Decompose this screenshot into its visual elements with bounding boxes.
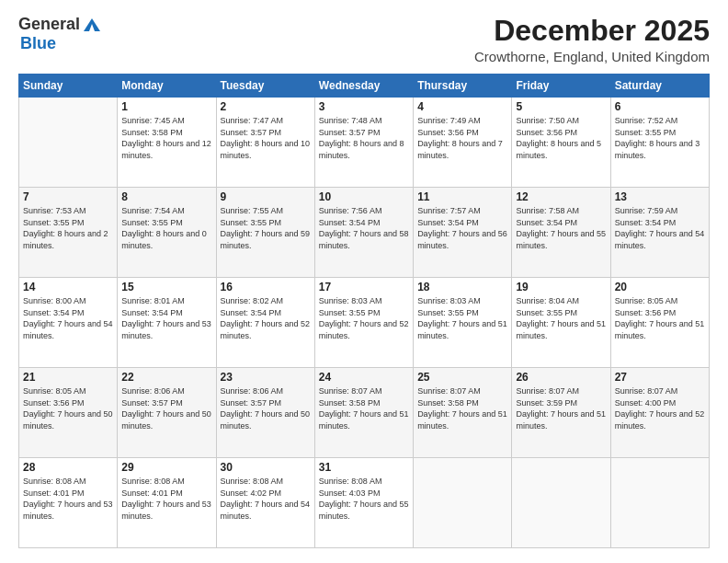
day-info: Sunrise: 7:58 AM Sunset: 3:54 PM Dayligh… xyxy=(516,205,606,251)
day-number: 19 xyxy=(516,281,606,293)
day-info: Sunrise: 7:49 AM Sunset: 3:56 PM Dayligh… xyxy=(417,115,507,161)
sunrise-text: Sunrise: 7:47 AM xyxy=(221,116,284,125)
sunrise-text: Sunrise: 8:03 AM xyxy=(417,296,481,305)
daylight-text: Daylight: 7 hours and 51 minutes. xyxy=(516,409,606,431)
sunrise-text: Sunrise: 8:00 AM xyxy=(23,296,86,305)
page: General Blue December 2025 Crowthorne, E… xyxy=(0,0,728,563)
daylight-text: Daylight: 7 hours and 54 minutes. xyxy=(23,319,113,340)
col-tuesday: Tuesday xyxy=(216,75,314,98)
daylight-text: Daylight: 8 hours and 10 minutes. xyxy=(221,139,311,160)
day-number: 15 xyxy=(121,281,211,293)
sunset-text: Sunset: 3:58 PM xyxy=(319,398,381,408)
day-number: 1 xyxy=(121,100,211,113)
day-number: 18 xyxy=(417,281,507,293)
day-number: 27 xyxy=(615,371,705,384)
sunrise-text: Sunrise: 8:05 AM xyxy=(23,386,86,396)
daylight-text: Daylight: 8 hours and 5 minutes. xyxy=(516,139,601,160)
sunset-text: Sunset: 3:54 PM xyxy=(516,218,577,227)
sunrise-text: Sunrise: 8:07 AM xyxy=(516,386,579,396)
table-row: 13 Sunrise: 7:59 AM Sunset: 3:54 PM Dayl… xyxy=(610,188,709,278)
day-number: 10 xyxy=(319,190,409,203)
sunset-text: Sunset: 3:58 PM xyxy=(417,398,479,408)
sunset-text: Sunset: 3:54 PM xyxy=(221,308,282,317)
table-row: 3 Sunrise: 7:48 AM Sunset: 3:57 PM Dayli… xyxy=(314,98,413,188)
sunrise-text: Sunrise: 7:50 AM xyxy=(516,116,579,125)
sunset-text: Sunset: 3:55 PM xyxy=(615,128,677,137)
day-number: 2 xyxy=(221,100,311,113)
table-row: 11 Sunrise: 7:57 AM Sunset: 3:54 PM Dayl… xyxy=(414,188,512,278)
sunrise-text: Sunrise: 8:08 AM xyxy=(319,477,382,486)
day-number: 24 xyxy=(319,371,409,384)
sunset-text: Sunset: 3:55 PM xyxy=(417,308,479,317)
daylight-text: Daylight: 7 hours and 51 minutes. xyxy=(417,319,507,340)
day-info: Sunrise: 8:06 AM Sunset: 3:57 PM Dayligh… xyxy=(221,385,311,431)
day-number: 29 xyxy=(121,461,211,474)
table-row xyxy=(414,458,512,548)
table-row: 6 Sunrise: 7:52 AM Sunset: 3:55 PM Dayli… xyxy=(610,98,709,188)
daylight-text: Daylight: 7 hours and 51 minutes. xyxy=(417,409,507,431)
day-number: 5 xyxy=(516,100,606,113)
col-sunday: Sunday xyxy=(19,75,118,98)
daylight-text: Daylight: 8 hours and 2 minutes. xyxy=(23,229,108,250)
sunset-text: Sunset: 3:57 PM xyxy=(121,398,183,408)
day-number: 22 xyxy=(121,371,211,384)
daylight-text: Daylight: 7 hours and 53 minutes. xyxy=(121,500,211,521)
table-row: 4 Sunrise: 7:49 AM Sunset: 3:56 PM Dayli… xyxy=(414,98,512,188)
day-info: Sunrise: 8:02 AM Sunset: 3:54 PM Dayligh… xyxy=(221,295,311,341)
sunset-text: Sunset: 4:01 PM xyxy=(121,488,183,498)
calendar-table: Sunday Monday Tuesday Wednesday Thursday… xyxy=(18,74,710,548)
daylight-text: Daylight: 8 hours and 7 minutes. xyxy=(417,139,503,160)
sunrise-text: Sunrise: 7:57 AM xyxy=(417,206,481,215)
table-row: 31 Sunrise: 8:08 AM Sunset: 4:03 PM Dayl… xyxy=(314,458,413,548)
calendar-header-row: Sunday Monday Tuesday Wednesday Thursday… xyxy=(19,75,710,98)
col-wednesday: Wednesday xyxy=(314,75,413,98)
table-row: 22 Sunrise: 8:06 AM Sunset: 3:57 PM Dayl… xyxy=(118,368,216,458)
day-number: 14 xyxy=(23,281,113,293)
sunset-text: Sunset: 3:54 PM xyxy=(417,218,479,227)
table-row: 27 Sunrise: 8:07 AM Sunset: 4:00 PM Dayl… xyxy=(610,368,709,458)
day-number: 3 xyxy=(319,100,409,113)
daylight-text: Daylight: 7 hours and 53 minutes. xyxy=(23,500,113,521)
day-info: Sunrise: 7:45 AM Sunset: 3:58 PM Dayligh… xyxy=(121,115,211,161)
daylight-text: Daylight: 7 hours and 51 minutes. xyxy=(615,319,705,340)
sunset-text: Sunset: 3:55 PM xyxy=(319,308,381,317)
day-info: Sunrise: 8:08 AM Sunset: 4:03 PM Dayligh… xyxy=(319,476,409,522)
sunrise-text: Sunrise: 8:08 AM xyxy=(121,477,185,486)
col-friday: Friday xyxy=(512,75,610,98)
daylight-text: Daylight: 7 hours and 52 minutes. xyxy=(221,319,311,340)
day-number: 6 xyxy=(615,100,705,113)
sunset-text: Sunset: 3:57 PM xyxy=(221,128,282,137)
sunrise-text: Sunrise: 7:49 AM xyxy=(417,116,481,125)
table-row: 23 Sunrise: 8:06 AM Sunset: 3:57 PM Dayl… xyxy=(216,368,314,458)
day-number: 9 xyxy=(221,190,311,203)
day-info: Sunrise: 8:04 AM Sunset: 3:55 PM Dayligh… xyxy=(516,295,606,341)
day-number: 7 xyxy=(23,190,113,203)
daylight-text: Daylight: 7 hours and 50 minutes. xyxy=(221,409,311,431)
sunset-text: Sunset: 3:54 PM xyxy=(23,308,85,317)
day-info: Sunrise: 8:07 AM Sunset: 4:00 PM Dayligh… xyxy=(615,385,705,431)
logo: General Blue xyxy=(18,15,102,53)
table-row: 30 Sunrise: 8:08 AM Sunset: 4:02 PM Dayl… xyxy=(216,458,314,548)
sunset-text: Sunset: 3:57 PM xyxy=(221,398,282,408)
day-info: Sunrise: 7:48 AM Sunset: 3:57 PM Dayligh… xyxy=(319,115,409,161)
table-row: 14 Sunrise: 8:00 AM Sunset: 3:54 PM Dayl… xyxy=(19,278,118,368)
sunrise-text: Sunrise: 7:53 AM xyxy=(23,206,86,215)
day-info: Sunrise: 7:47 AM Sunset: 3:57 PM Dayligh… xyxy=(221,115,311,161)
col-monday: Monday xyxy=(118,75,216,98)
sunset-text: Sunset: 3:56 PM xyxy=(23,398,85,408)
calendar-week-row: 28 Sunrise: 8:08 AM Sunset: 4:01 PM Dayl… xyxy=(19,458,710,548)
day-number: 31 xyxy=(319,461,409,474)
table-row: 28 Sunrise: 8:08 AM Sunset: 4:01 PM Dayl… xyxy=(19,458,118,548)
col-saturday: Saturday xyxy=(610,75,709,98)
sunrise-text: Sunrise: 7:58 AM xyxy=(516,206,579,215)
sunrise-text: Sunrise: 8:03 AM xyxy=(319,296,382,305)
table-row: 5 Sunrise: 7:50 AM Sunset: 3:56 PM Dayli… xyxy=(512,98,610,188)
sunrise-text: Sunrise: 8:08 AM xyxy=(23,477,86,486)
day-info: Sunrise: 7:53 AM Sunset: 3:55 PM Dayligh… xyxy=(23,205,113,251)
day-number: 11 xyxy=(417,190,507,203)
sunset-text: Sunset: 3:55 PM xyxy=(121,218,183,227)
sunrise-text: Sunrise: 8:06 AM xyxy=(121,386,185,396)
sunrise-text: Sunrise: 8:07 AM xyxy=(615,386,678,396)
location: Crowthorne, England, United Kingdom xyxy=(474,49,710,64)
table-row: 17 Sunrise: 8:03 AM Sunset: 3:55 PM Dayl… xyxy=(314,278,413,368)
